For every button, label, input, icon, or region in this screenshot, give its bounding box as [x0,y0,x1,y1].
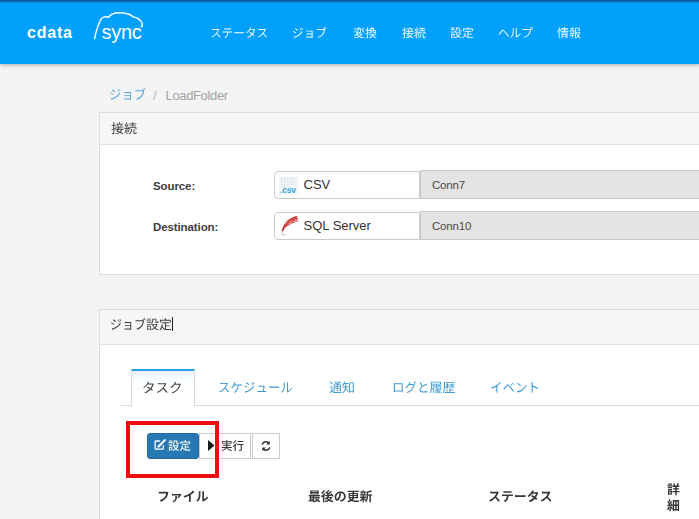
svg-text:.csv: .csv [280,185,296,195]
